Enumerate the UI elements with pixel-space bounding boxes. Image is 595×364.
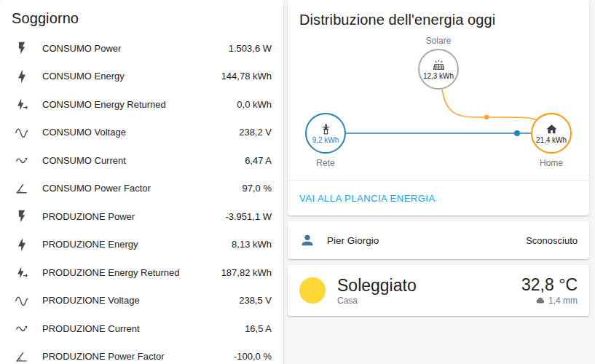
- grid-flow-dot: [514, 130, 520, 136]
- flash-icon: [15, 209, 29, 223]
- sensor-value: 144,78 kWh: [221, 71, 272, 82]
- weather-temperature: 32,8 °C: [521, 275, 578, 294]
- sensor-value: 0,0 kWh: [237, 99, 272, 110]
- sensor-value: 6,47 A: [245, 155, 272, 166]
- sensor-row-consumo-voltage[interactable]: CONSUMO Voltage 238,2 V: [12, 119, 272, 147]
- sensor-label: PRODUZIONE Energy: [42, 239, 232, 250]
- energy-dashboard-link[interactable]: VAI ALLA PLANCIA ENERGIA: [299, 193, 436, 204]
- energy-link-row: VAI ALLA PLANCIA ENERGIA: [288, 180, 589, 215]
- solar-flow-dot: [484, 115, 489, 119]
- sensor-label: CONSUMO Voltage: [42, 127, 239, 138]
- account-icon: [299, 232, 315, 248]
- sensor-row-produzione-energy-returned[interactable]: PRODUZIONE Energy Returned 187,82 kWh: [12, 258, 272, 287]
- sensor-value: -3.951,1 W: [225, 211, 272, 222]
- current-ac-icon: [15, 321, 29, 336]
- weather-condition: Soleggiato: [337, 276, 521, 295]
- solar-node[interactable]: 12,3 kWh: [418, 49, 459, 90]
- sensor-label: CONSUMO Energy Returned: [42, 99, 237, 110]
- angle-acute-icon: [15, 181, 29, 196]
- sensor-row-consumo-energy-returned[interactable]: CONSUMO Energy Returned 0,0 kWh: [12, 90, 272, 119]
- sensor-row-consumo-power-factor[interactable]: CONSUMO Power Factor 97,0 %: [12, 175, 272, 203]
- person-name: Pier Giorgio: [327, 235, 526, 246]
- sunny-icon: [299, 277, 326, 304]
- sensor-label: CONSUMO Current: [42, 155, 245, 166]
- sine-wave-icon: [15, 293, 29, 308]
- sensor-label: CONSUMO Energy: [42, 71, 221, 82]
- sensor-label: PRODUZIONE Current: [42, 323, 245, 334]
- sensors-card: Soggiorno CONSUMO Power 1.503,6 W CONSUM…: [0, 0, 283, 364]
- sensor-value: 238,5 V: [239, 295, 272, 306]
- card-title-soggiorno: Soggiorno: [12, 10, 272, 27]
- sensor-value: 97,0 %: [243, 183, 272, 194]
- sensor-row-produzione-power-factor[interactable]: PRODUZIONE Power Factor -100,0 %: [12, 343, 272, 364]
- solar-node-value: 12,3 kWh: [423, 72, 454, 80]
- sensor-label: CONSUMO Power: [42, 43, 229, 54]
- weather-condition-block: Soleggiato Casa: [337, 276, 521, 306]
- energy-card-title: Distribuzione dell'energia oggi: [299, 12, 578, 28]
- solar-power-icon: [433, 59, 445, 71]
- sensor-row-produzione-voltage[interactable]: PRODUZIONE Voltage 238,5 V: [12, 287, 272, 315]
- sensor-value: 16,5 A: [245, 323, 272, 334]
- angle-acute-icon: [15, 349, 29, 364]
- sensor-value: -100,0 %: [234, 351, 272, 362]
- lightning-bolt-icon: [15, 69, 29, 84]
- rain-cloud-icon: [535, 296, 545, 306]
- weather-temperature-block: 32,8 °C 1,4 mm: [521, 275, 578, 306]
- grid-node-value: 9,2 kWh: [312, 136, 339, 144]
- right-column: Distribuzione dell'energia oggi Solare 1…: [288, 0, 589, 364]
- flash-icon: [15, 41, 29, 55]
- weather-card[interactable]: Soleggiato Casa 32,8 °C 1,4 mm: [288, 265, 589, 316]
- person-status: Sconosciuto: [526, 235, 578, 246]
- weather-precipitation-value: 1,4 mm: [548, 296, 578, 306]
- weather-location: Casa: [337, 296, 521, 306]
- energy-flow-diagram: Solare 12,3 kWh 9,2 kWh Rete 21,4 kWh Ho…: [299, 36, 578, 173]
- sensor-label: PRODUZIONE Voltage: [42, 295, 239, 306]
- weather-precipitation: 1,4 mm: [521, 296, 578, 306]
- sensor-label: PRODUZIONE Energy Returned: [42, 267, 221, 278]
- home-node[interactable]: 21,4 kWh: [531, 113, 572, 154]
- sensor-value: 8,13 kWh: [232, 239, 272, 250]
- sensor-row-produzione-power[interactable]: PRODUZIONE Power -3.951,1 W: [12, 202, 272, 231]
- lightning-return-icon: [15, 265, 29, 280]
- grid-node[interactable]: 9,2 kWh: [305, 113, 346, 154]
- lightning-return-icon: [15, 97, 29, 111]
- sine-wave-icon: [15, 125, 29, 140]
- sensor-row-consumo-energy[interactable]: CONSUMO Energy 144,78 kWh: [12, 63, 272, 91]
- energy-distribution-card: Distribuzione dell'energia oggi Solare 1…: [288, 0, 589, 215]
- sensor-value: 238,2 V: [239, 127, 272, 138]
- sensor-value: 1.503,6 W: [229, 43, 272, 54]
- sensor-row-consumo-power[interactable]: CONSUMO Power 1.503,6 W: [12, 34, 272, 63]
- home-icon: [545, 123, 558, 135]
- home-node-label: Home: [531, 158, 572, 168]
- sensor-label: CONSUMO Power Factor: [42, 183, 243, 194]
- person-card[interactable]: Pier Giorgio Sconosciuto: [288, 221, 589, 259]
- sensor-row-produzione-current[interactable]: PRODUZIONE Current 16,5 A: [12, 314, 272, 343]
- solar-node-label: Solare: [418, 36, 459, 46]
- lightning-bolt-icon: [15, 237, 29, 252]
- sensor-label: PRODUZIONE Power Factor: [42, 351, 234, 362]
- grid-node-label: Rete: [305, 158, 346, 168]
- transmission-tower-icon: [320, 123, 332, 135]
- current-ac-icon: [15, 153, 29, 167]
- sensor-value: 187,82 kWh: [221, 267, 272, 278]
- sensor-row-consumo-current[interactable]: CONSUMO Current 6,47 A: [12, 146, 272, 175]
- home-node-value: 21,4 kWh: [536, 136, 567, 144]
- sensor-row-produzione-energy[interactable]: PRODUZIONE Energy 8,13 kWh: [12, 231, 272, 259]
- sensor-label: PRODUZIONE Power: [42, 211, 225, 222]
